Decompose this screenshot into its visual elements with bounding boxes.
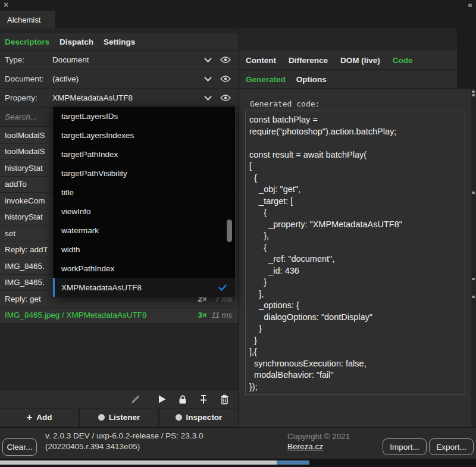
window-top-strip (0, 0, 476, 11)
chevron-down-icon[interactable] (204, 58, 212, 62)
tab-generated[interactable]: Generated (246, 75, 286, 84)
main-tabs: Descriptors Dispatch Settings (0, 33, 238, 51)
type-value[interactable]: Document (52, 55, 204, 64)
type-filter-row: Type: Document (0, 51, 238, 70)
tab-options[interactable]: Options (296, 75, 327, 84)
dropdown-option[interactable]: targetPathVisibility (53, 164, 235, 183)
property-dropdown: targetLayersIDs targetLayersIndexes targ… (52, 106, 236, 296)
alchemist-panel: × « Alchemist Descriptors Dispatch Setti… (0, 0, 476, 467)
dropdown-option[interactable]: width (53, 240, 235, 259)
tab-descriptors[interactable]: Descriptors (5, 37, 49, 46)
dropdown-scrollbar-thumb[interactable] (227, 220, 232, 242)
record-circle-icon (176, 414, 182, 421)
eye-icon[interactable] (220, 95, 231, 101)
plus-icon: + (26, 412, 32, 422)
edit-pencil-icon[interactable] (130, 394, 140, 405)
version-info: v. 2.0.3 DEV / uxp-6.0.2-release / PS: 2… (45, 431, 203, 452)
listener-button[interactable]: Listener (80, 409, 158, 426)
dropdown-option[interactable]: viewInfo (53, 202, 235, 221)
view-tabs: Content Difference DOM (live) Code (239, 51, 457, 70)
dropdown-option[interactable]: targetLayersIndexes (53, 126, 235, 145)
dropdown-option[interactable]: targetLayersIDs (53, 106, 235, 126)
right-scrollbar[interactable] (471, 89, 476, 427)
eye-icon[interactable] (220, 76, 231, 82)
chevron-down-icon[interactable] (204, 77, 212, 82)
code-subtabs: Generated Options (239, 70, 457, 89)
top-right-area (457, 29, 476, 89)
horizontal-scrollbar-thumb[interactable] (0, 460, 277, 465)
inspector-button[interactable]: Inspector (159, 409, 238, 426)
dropdown-option[interactable]: watermark (53, 221, 235, 240)
record-circle-icon (98, 414, 105, 421)
tab-dom-live[interactable]: DOM (live) (340, 56, 380, 65)
property-filter-row: Property: XMPMetadataAsUTF8 (0, 89, 238, 108)
type-label: Type: (0, 55, 52, 64)
document-value[interactable]: (active) (52, 74, 204, 83)
document-label: Document: (0, 74, 52, 83)
dropdown-option-selected[interactable]: XMPMetadataAsUTF8 (53, 278, 235, 297)
tab-difference[interactable]: Difference (289, 56, 328, 65)
list-item-selected[interactable]: IMG_8465.jpeg / XMPMetadataAsUTF83×11 ms (0, 308, 238, 324)
collapse-panel-icon[interactable]: « (468, 0, 471, 10)
pin-icon[interactable] (198, 394, 209, 405)
bottom-actions: +Add Listener Inspector (0, 409, 238, 426)
generated-code-heading: Generated code: (250, 99, 320, 108)
document-filter-row: Document: (active) (0, 70, 238, 89)
alchemist-tab[interactable]: Alchemist (0, 11, 55, 29)
bereza-link[interactable]: Bereza.cz (287, 442, 323, 451)
close-icon[interactable]: × (4, 0, 8, 10)
eye-icon[interactable] (220, 57, 231, 63)
chevron-down-icon[interactable] (204, 96, 212, 101)
import-button[interactable]: Import... (383, 438, 427, 455)
horizontal-scrollbar-thumb-blue[interactable] (277, 460, 309, 465)
checkmark-icon (218, 284, 227, 291)
trash-icon[interactable] (219, 394, 230, 405)
export-button[interactable]: Export... (429, 438, 474, 455)
property-label: Property: (0, 93, 52, 102)
dropdown-option[interactable]: targetPathIndex (53, 145, 235, 164)
copyright-text: Copyright © 2021 (287, 432, 350, 441)
clear-button[interactable]: Clear... (2, 438, 37, 456)
tab-dispatch[interactable]: Dispatch (60, 37, 93, 46)
descriptor-toolbar (0, 390, 238, 408)
add-button[interactable]: +Add (0, 409, 79, 426)
generated-code-box[interactable]: const batchPlay = require("photoshop").a… (245, 111, 465, 395)
panel-tab-strip (0, 11, 476, 29)
tab-code[interactable]: Code (393, 56, 413, 65)
dropdown-option[interactable]: title (53, 183, 235, 202)
dropdown-option[interactable]: workPathIndex (53, 259, 235, 278)
property-value[interactable]: XMPMetadataAsUTF8 (52, 93, 204, 102)
play-icon[interactable] (156, 394, 167, 405)
tab-content[interactable]: Content (246, 56, 276, 65)
lock-icon[interactable] (177, 394, 188, 405)
tab-settings[interactable]: Settings (104, 37, 135, 46)
